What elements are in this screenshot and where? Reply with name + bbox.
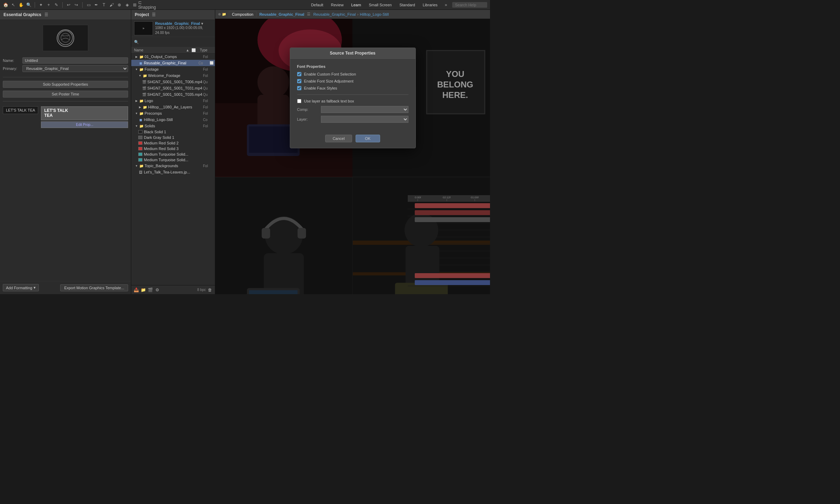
text-icon[interactable]: T bbox=[101, 2, 107, 8]
tree-item-red2-solid[interactable]: Medium Red Solid 2 bbox=[131, 140, 215, 146]
project-folder-icon[interactable]: 📁 bbox=[140, 287, 146, 293]
tree-arrow-welcome[interactable]: ▼ bbox=[138, 74, 142, 77]
track-bar-4[interactable] bbox=[415, 273, 490, 278]
dialog-checkbox-faux-styles-input[interactable] bbox=[297, 86, 301, 90]
project-render-icon[interactable]: ⚙ bbox=[154, 287, 160, 293]
comp-tab-main[interactable]: Composition bbox=[229, 11, 257, 17]
star-icon[interactable]: ✦ bbox=[38, 2, 44, 8]
dialog-checkbox-font-size-input[interactable] bbox=[297, 79, 301, 83]
comp-settings-icon[interactable]: ☰ bbox=[307, 12, 310, 16]
track-bar-3[interactable] bbox=[415, 217, 490, 222]
add-formatting-btn[interactable]: Add Formatting ▾ bbox=[3, 284, 39, 291]
project-import-icon[interactable]: 📥 bbox=[133, 287, 139, 293]
tree-header: Name ▲ ⬜ Type bbox=[131, 47, 215, 54]
tree-col-sort[interactable]: ▲ bbox=[186, 48, 190, 52]
eg-primary-select[interactable]: Reusable_Graphic_Final bbox=[22, 65, 128, 72]
eg-panel-header: Essential Graphics ☰ bbox=[0, 10, 131, 20]
tree-item-logo[interactable]: ▶ 📁 Logo Fol bbox=[131, 98, 215, 104]
pin-icon[interactable]: ⊞ bbox=[132, 2, 138, 8]
eg-name-input[interactable] bbox=[22, 57, 128, 64]
project-search-input[interactable] bbox=[140, 38, 212, 45]
eg-poster-btn[interactable]: Set Poster Time bbox=[3, 91, 128, 98]
tree-item-red3-solid[interactable]: Medium Red Solid 3 bbox=[131, 146, 215, 151]
help-search-input[interactable] bbox=[452, 2, 487, 8]
eg-menu-icon[interactable]: ☰ bbox=[43, 12, 49, 17]
project-bottom-toolbar: 📥 📁 🎬 ⚙ 8 bpc 🗑 bbox=[131, 285, 215, 294]
search-icon: 🔍 bbox=[134, 40, 139, 44]
project-comp-icon[interactable]: 🎬 bbox=[147, 287, 153, 293]
tree-arrow-footage[interactable]: ▼ bbox=[135, 68, 138, 71]
home-icon[interactable]: 🏠 bbox=[3, 2, 8, 8]
tree-item-topic-bg[interactable]: ▼ 📁 Topic_Backgrounds Fol bbox=[131, 163, 215, 169]
tree-item-output-comps[interactable]: ▶ 📁 01_Output_Comps Fol bbox=[131, 54, 215, 60]
workspace-libraries[interactable]: Libraries bbox=[421, 2, 440, 8]
track-row-source-text bbox=[408, 223, 490, 230]
dialog-checkbox-fallback-input[interactable] bbox=[297, 99, 301, 103]
workspace-smallscreen[interactable]: Small Screen bbox=[367, 2, 394, 8]
tree-item-welcome-footage[interactable]: ▼ 📁 Welcome_Footage Fol bbox=[131, 72, 215, 79]
comp-icon-reusable: ◼ bbox=[138, 61, 143, 65]
dialog-comp-select[interactable] bbox=[321, 106, 408, 113]
project-menu-icon[interactable]: ☰ bbox=[151, 12, 157, 17]
redo-icon[interactable]: ↪ bbox=[74, 2, 79, 8]
workspace-default[interactable]: Default bbox=[309, 2, 326, 8]
tree-item-t031[interactable]: 🎬 SHGN7_S001_S001_T031.mp4 Qu bbox=[131, 85, 215, 91]
preview-cell-3 bbox=[215, 177, 352, 294]
workspace-learn[interactable]: Learn bbox=[349, 2, 363, 8]
dialog-ok-btn[interactable]: OK bbox=[356, 135, 380, 142]
plus-icon[interactable]: + bbox=[46, 2, 51, 8]
edit-icon[interactable]: ✎ bbox=[54, 2, 59, 8]
track-bar-5[interactable] bbox=[415, 280, 490, 285]
svg-point-0 bbox=[58, 31, 72, 45]
tree-item-hilltop-layers[interactable]: ▶ 📁 Hilltop__1080_Ae_Layers Fol bbox=[131, 104, 215, 110]
tree-arrow-topic[interactable]: ▼ bbox=[135, 164, 138, 168]
track-bar-2[interactable] bbox=[415, 210, 490, 215]
tree-item-reusable[interactable]: ◼ Reusable_Graphic_Final Co ⬜ bbox=[131, 60, 215, 66]
tree-item-teal1-solid[interactable]: Medium Turquoise Solid... bbox=[131, 151, 215, 157]
arrow-icon[interactable]: ↖ bbox=[10, 2, 16, 8]
rect-icon[interactable]: ▭ bbox=[86, 2, 91, 8]
breadcrumb-sub[interactable]: Hilltop_Logo-Still bbox=[360, 12, 389, 16]
project-delete-icon[interactable]: 🗑 bbox=[207, 287, 213, 293]
tree-arrow-logo[interactable]: ▶ bbox=[135, 99, 138, 102]
eraser-icon[interactable]: ◈ bbox=[124, 2, 130, 8]
tree-item-precomps[interactable]: ▼ 📁 Precomps Fol bbox=[131, 110, 215, 116]
tree-item-footage[interactable]: ▼ 📁 Footage Fol bbox=[131, 66, 215, 72]
dialog-cancel-btn[interactable]: Cancel bbox=[325, 135, 352, 142]
sep3 bbox=[82, 2, 83, 8]
eg-edit-properties-btn[interactable]: Edit Prop... bbox=[41, 121, 128, 128]
workspace-review[interactable]: Review bbox=[329, 2, 346, 8]
tree-arrow-solids[interactable]: ▼ bbox=[135, 124, 138, 128]
more-workspaces-icon[interactable]: » bbox=[443, 2, 449, 8]
undo-icon[interactable]: ↩ bbox=[66, 2, 71, 8]
tree-arrow-hilltop[interactable]: ▶ bbox=[138, 105, 142, 109]
tree-name-red2-solid: Medium Red Solid 2 bbox=[144, 141, 214, 145]
tree-item-t035[interactable]: 🎬 SHGN7_S001_S001_T035.mp4 Qu bbox=[131, 91, 215, 98]
tree-item-teal2-solid[interactable]: Medium Turquoise Solid... bbox=[131, 157, 215, 163]
tree-arrow-precomps[interactable]: ▼ bbox=[135, 112, 138, 115]
snapping-icon[interactable]: ⊏ Snapping bbox=[144, 2, 150, 8]
tree-type-welcome: Fol bbox=[203, 74, 214, 78]
tree-item-t006[interactable]: 🎬 SHGN7_S001_S001_T006.mp4 Qu bbox=[131, 79, 215, 85]
clone-icon[interactable]: ⊕ bbox=[117, 2, 122, 8]
export-template-btn[interactable]: Export Motion Graphics Template... bbox=[60, 284, 128, 291]
tree-item-solids[interactable]: ▼ 📁 Solids Fol bbox=[131, 123, 215, 129]
dialog-layer-select[interactable] bbox=[321, 116, 408, 123]
brush-icon[interactable]: 🖌 bbox=[109, 2, 114, 8]
hand-icon[interactable]: ✋ bbox=[18, 2, 24, 8]
track-bar-1[interactable] bbox=[415, 203, 490, 208]
tree-arrow-output[interactable]: ▶ bbox=[135, 55, 138, 58]
dialog-checkbox-custom-font-input[interactable] bbox=[297, 72, 301, 76]
pen-icon[interactable]: ✒ bbox=[93, 2, 99, 8]
workspace-standard[interactable]: Standard bbox=[397, 2, 417, 8]
tree-item-hilltop-still[interactable]: ◼ Hilltop_Logo-Still Co bbox=[131, 116, 215, 123]
tree-item-tea-leaves[interactable]: 🖼 Let's_Talk_Tea-Leaves.jp... bbox=[131, 169, 215, 175]
eg-solo-btn[interactable]: Solo Supported Properties bbox=[3, 81, 128, 88]
tree-item-black-solid[interactable]: Black Solid 1 bbox=[131, 129, 215, 135]
breadcrumb-comp[interactable]: Reusable_Graphic_Final bbox=[313, 12, 356, 16]
tree-item-darkgray-solid[interactable]: Dark Gray Solid 1 bbox=[131, 135, 215, 140]
eg-text-edit-box[interactable]: LET'S TALKTEA bbox=[41, 106, 128, 120]
zoom-icon[interactable]: 🔍 bbox=[26, 2, 31, 8]
sep1 bbox=[35, 2, 35, 8]
project-comp-arrow[interactable]: ▾ bbox=[201, 22, 203, 26]
